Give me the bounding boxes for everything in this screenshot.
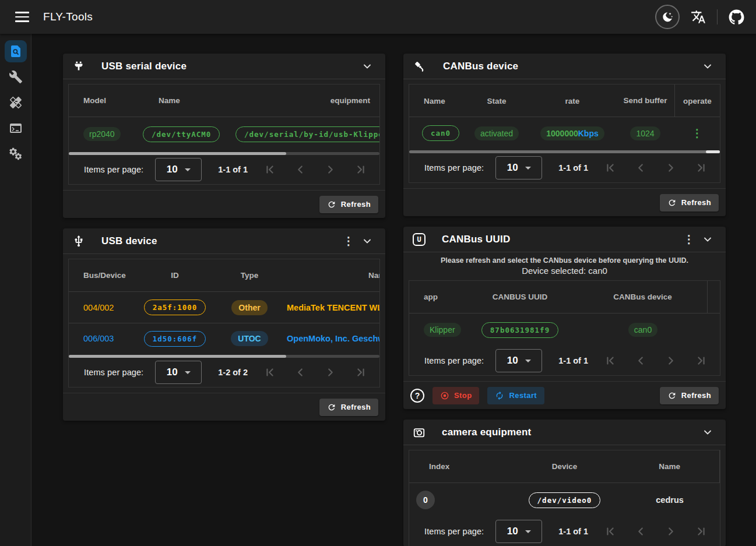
card-title: camera equipment xyxy=(442,427,531,438)
first-page-button[interactable] xyxy=(263,163,277,177)
items-per-page-select[interactable]: 10 xyxy=(155,158,202,181)
type-chip: UTOC xyxy=(231,331,268,346)
page-range: 1-1 of 1 xyxy=(558,356,588,365)
gears-icon xyxy=(8,146,23,161)
collapse-button[interactable] xyxy=(698,57,718,76)
last-page-button[interactable] xyxy=(694,354,708,368)
prev-page-button[interactable] xyxy=(293,163,307,177)
refresh-button[interactable]: Refresh xyxy=(319,399,378,416)
menu-icon[interactable] xyxy=(9,4,35,30)
restart-button[interactable]: Restart xyxy=(487,387,544,404)
last-page-button[interactable] xyxy=(694,524,708,538)
rate-unit: Kbps xyxy=(578,129,599,138)
last-page-button[interactable] xyxy=(694,161,708,175)
column-header: app xyxy=(409,293,462,301)
card-canbus-uuid: U CANBus UUID ⋮ Please refresh and selec… xyxy=(403,227,726,409)
chevron-down-icon xyxy=(702,427,713,438)
refresh-button[interactable]: Refresh xyxy=(660,194,719,212)
sidebar xyxy=(0,34,31,546)
column-header: Name xyxy=(620,450,720,482)
sidebar-item-services[interactable] xyxy=(5,143,27,165)
bus-device: 004/002 xyxy=(69,303,138,312)
select-arrow-icon xyxy=(185,168,191,171)
select-arrow-icon xyxy=(525,167,531,170)
page-range: 1-1 of 1 xyxy=(558,527,588,536)
next-page-button[interactable] xyxy=(324,163,337,177)
collapse-button[interactable] xyxy=(698,422,718,442)
prev-page-button[interactable] xyxy=(634,161,648,175)
items-per-page-select[interactable]: 10 xyxy=(495,349,542,372)
refresh-button[interactable]: Refresh xyxy=(660,387,719,404)
items-per-page-label: Items per page: xyxy=(84,165,143,174)
video-device-pill: /dev/video0 xyxy=(529,492,601,508)
last-page-button[interactable] xyxy=(354,163,368,177)
next-page-button[interactable] xyxy=(664,524,678,538)
horizontal-scrollbar[interactable] xyxy=(69,355,379,358)
last-page-button[interactable] xyxy=(354,365,368,379)
collapse-button[interactable] xyxy=(357,231,377,251)
help-button[interactable]: ? xyxy=(410,389,424,403)
moon-stars-icon xyxy=(660,10,674,24)
next-page-button[interactable] xyxy=(664,354,678,368)
collapse-button[interactable] xyxy=(698,230,718,249)
sidebar-item-repair[interactable] xyxy=(5,91,27,114)
items-per-page-select[interactable]: 10 xyxy=(495,520,542,543)
table-row: Klipper 87b0631981f9 can0 xyxy=(409,313,720,346)
column-header: Model xyxy=(69,96,138,105)
refresh-button[interactable]: Refresh xyxy=(319,196,378,213)
column-header: operate xyxy=(674,84,720,117)
next-page-button[interactable] xyxy=(664,161,678,175)
chevron-down-icon xyxy=(361,235,373,247)
chevron-down-icon xyxy=(702,61,713,72)
translate-icon xyxy=(691,9,706,24)
card-title: CANBus device xyxy=(443,61,518,72)
camera-table: Index Device Name 0 /dev/video0 cedrus I… xyxy=(409,450,720,546)
github-icon xyxy=(729,9,744,25)
can-device-chip: can0 xyxy=(628,323,657,337)
dark-mode-button[interactable] xyxy=(655,5,680,29)
column-header: State xyxy=(487,97,506,105)
translate-button[interactable] xyxy=(688,6,709,27)
horizontal-scrollbar[interactable] xyxy=(409,150,720,153)
refresh-icon xyxy=(327,403,336,412)
first-page-button[interactable] xyxy=(603,161,617,175)
uuid-notice: Please refresh and select the CANbus dev… xyxy=(403,256,726,265)
items-per-page-select[interactable]: 10 xyxy=(495,156,542,179)
select-arrow-icon xyxy=(525,360,531,362)
github-button[interactable] xyxy=(726,6,747,27)
stop-button[interactable]: Stop xyxy=(432,387,479,404)
card-menu-button[interactable]: ⋮ xyxy=(340,234,357,248)
prev-page-button[interactable] xyxy=(634,524,648,538)
terminal-icon xyxy=(9,121,23,135)
column-header: CANBUS UUID xyxy=(493,293,548,301)
next-page-button[interactable] xyxy=(324,365,337,379)
items-per-page-select[interactable]: 10 xyxy=(155,361,202,384)
sidebar-item-terminal[interactable] xyxy=(5,117,27,139)
collapse-button[interactable] xyxy=(357,57,377,76)
card-title: USB serial device xyxy=(101,61,187,72)
prev-page-button[interactable] xyxy=(293,365,307,379)
cable-icon xyxy=(413,59,427,73)
sidebar-item-device-query[interactable] xyxy=(5,40,27,62)
type-chip: Other xyxy=(231,300,267,315)
horizontal-scrollbar[interactable] xyxy=(69,152,379,155)
column-header: CANBus device xyxy=(578,281,708,313)
app-title: FLY-Tools xyxy=(43,10,93,23)
row-menu-button[interactable]: ⋮ xyxy=(688,126,706,140)
table-row: can0 activated 1000000Kbps 1024 ⋮ xyxy=(409,117,720,149)
first-page-button[interactable] xyxy=(603,524,617,538)
bandage-icon xyxy=(9,96,23,110)
canbus-device-table: Name State rate Send buffer operate can0… xyxy=(409,84,720,183)
first-page-button[interactable] xyxy=(263,365,277,379)
column-header: Name xyxy=(138,96,230,105)
card-usb-device: USB device ⋮ Bus/Device ID Type Name xyxy=(63,228,385,421)
card-menu-button[interactable]: ⋮ xyxy=(680,233,698,246)
column-header: ID xyxy=(171,271,179,280)
usb-id-pill: 1d50:606f xyxy=(144,331,206,347)
model-chip: rp2040 xyxy=(83,127,121,141)
first-page-button[interactable] xyxy=(603,354,617,368)
fly-tools-app: FLY-Tools xyxy=(0,0,756,546)
sidebar-item-tools[interactable] xyxy=(5,66,27,88)
app-chip: Klipper xyxy=(424,323,461,337)
prev-page-button[interactable] xyxy=(634,354,648,368)
